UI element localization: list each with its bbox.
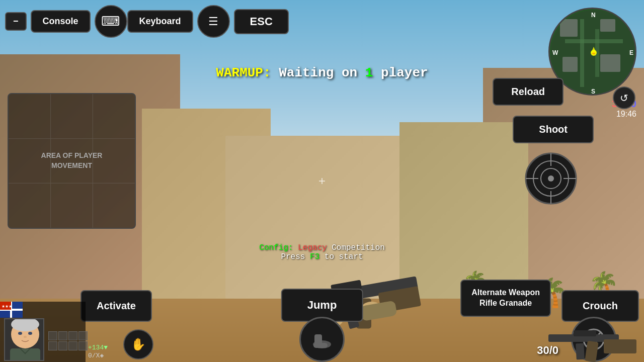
svg-rect-37 xyxy=(313,343,328,348)
svg-rect-53 xyxy=(604,339,636,353)
game-viewport: 🌴 🌴 🌴 xyxy=(0,0,644,362)
svg-rect-14 xyxy=(565,39,623,43)
shoot-button[interactable]: Shoot xyxy=(513,116,594,143)
timer: 19:46 xyxy=(612,110,636,119)
avatar-face-svg xyxy=(5,319,44,361)
weapon-thumbnail-svg xyxy=(543,319,644,362)
svg-text:W: W xyxy=(552,49,558,56)
boot-icon xyxy=(309,327,335,352)
shoot-container: Shoot xyxy=(513,116,594,143)
svg-rect-18 xyxy=(600,54,620,72)
svg-text:N: N xyxy=(591,12,596,19)
svg-rect-54 xyxy=(585,341,598,362)
hand-symbol: ✋ xyxy=(131,337,146,351)
console-button[interactable]: Console xyxy=(31,10,91,33)
minimize-button[interactable]: − xyxy=(5,12,27,31)
svg-point-49 xyxy=(28,332,32,335)
menu-icon: ☰ xyxy=(208,15,218,28)
config-line1: Config: Legacy Competition xyxy=(259,243,385,252)
movement-area[interactable]: AREA OF PLAYER MOVEMENT xyxy=(8,93,136,229)
keyboard-icon-button[interactable]: ⌨ xyxy=(95,5,127,38)
rotate-icon: ↺ xyxy=(620,92,628,104)
player-flag: ★★★ xyxy=(0,302,23,318)
crouch-button[interactable]: Crouch xyxy=(561,290,639,322)
warmup-message: WARMUP: Waiting on 1 player xyxy=(216,65,428,80)
keyboard-icon: ⌨ xyxy=(101,14,120,29)
shoot-target-icon[interactable] xyxy=(523,151,579,206)
palm-tree-3: 🌴 xyxy=(589,273,619,292)
svg-rect-19 xyxy=(562,57,578,72)
movement-grid-svg xyxy=(9,94,135,228)
flag-svg: ★★★ xyxy=(0,302,23,318)
player-stats: +134▼ 0/X◈ xyxy=(88,344,108,359)
top-controls: − Console ⌨ Keyboard ☰ ESC xyxy=(5,5,289,38)
svg-rect-17 xyxy=(600,19,615,32)
activate-button[interactable]: Activate xyxy=(80,290,152,322)
esc-button[interactable]: ESC xyxy=(234,9,289,34)
stat-health: +134▼ xyxy=(88,344,108,351)
svg-rect-56 xyxy=(574,330,596,336)
warmup-count: 1 xyxy=(365,65,373,80)
player-info: ★★★ xyxy=(0,302,86,362)
config-message: Config: Legacy Competition Press F3 to s… xyxy=(259,243,385,261)
config-line2: Press F3 to start xyxy=(259,252,385,261)
target-svg xyxy=(523,151,579,206)
alt-weapon-button[interactable]: Alternate Weapon Rifle Granade xyxy=(460,280,551,317)
stat-armor: 0/X◈ xyxy=(88,351,108,359)
hand-circle[interactable]: ✋ xyxy=(123,329,153,359)
weapon-thumbnail xyxy=(543,319,644,362)
svg-text:E: E xyxy=(629,49,633,56)
minimap-rotate-button[interactable]: ↺ xyxy=(613,86,635,109)
warmup-waiting: Waiting on xyxy=(279,65,365,80)
activate-hand-icon[interactable]: ✋ xyxy=(123,329,153,359)
svg-rect-13 xyxy=(580,19,584,87)
svg-rect-51 xyxy=(10,348,40,361)
svg-point-48 xyxy=(18,332,22,335)
reload-button[interactable]: Reload xyxy=(493,78,564,106)
svg-rect-16 xyxy=(560,19,578,37)
svg-text:S: S xyxy=(591,88,595,95)
player-grid-icons xyxy=(48,331,88,350)
menu-button[interactable]: ☰ xyxy=(197,5,230,38)
jump-icon[interactable] xyxy=(299,317,345,362)
warmup-label: WARMUP: xyxy=(216,65,271,80)
svg-rect-55 xyxy=(576,343,585,360)
player-avatar xyxy=(4,318,44,361)
svg-point-30 xyxy=(548,175,554,182)
warmup-player: player xyxy=(381,65,428,80)
svg-point-50 xyxy=(24,336,27,338)
keyboard-label-button[interactable]: Keyboard xyxy=(127,10,193,33)
crosshair: + xyxy=(318,174,326,188)
svg-text:★★★: ★★★ xyxy=(2,304,12,309)
